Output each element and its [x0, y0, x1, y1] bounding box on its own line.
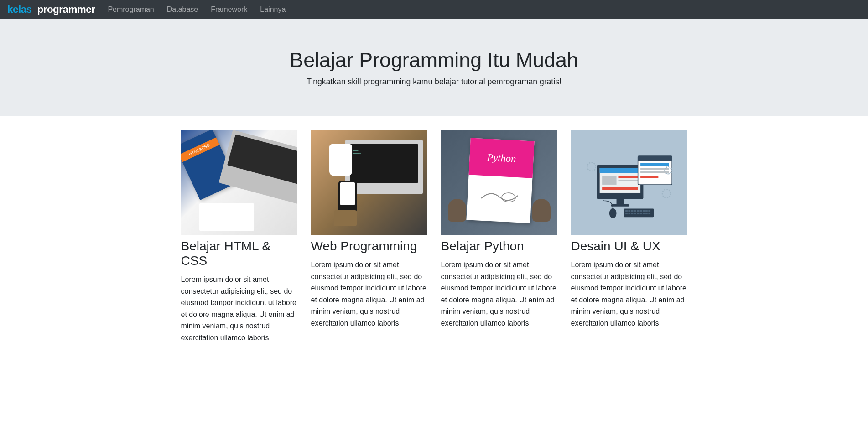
card-title: Belajar Python	[441, 239, 557, 254]
svg-rect-9	[611, 204, 629, 207]
svg-rect-26	[625, 212, 628, 214]
python-book-label: Python	[468, 138, 534, 178]
uiux-illustration-icon	[582, 141, 676, 225]
svg-rect-27	[628, 212, 630, 214]
svg-rect-12	[640, 163, 669, 166]
card-text: Lorem ipsum dolor sit amet, consectetur …	[181, 274, 297, 344]
brand-logo[interactable]: kelas_programmer	[7, 4, 95, 16]
svg-rect-23	[643, 210, 645, 212]
card-image-uiux	[571, 130, 687, 235]
nav-item-database[interactable]: Database	[161, 2, 204, 17]
svg-rect-18	[628, 210, 630, 212]
navbar: kelas_programmer Pemrograman Database Fr…	[0, 0, 868, 19]
svg-rect-25	[648, 210, 650, 212]
svg-rect-20	[634, 210, 636, 212]
card-image-html-css: HTML&CSS	[181, 130, 297, 235]
svg-rect-19	[631, 210, 634, 212]
brand-part1: kelas_	[7, 4, 37, 16]
svg-rect-30	[637, 212, 639, 214]
card-html-css: HTML&CSS Belajar HTML & CSS Lorem ipsum …	[174, 130, 304, 344]
svg-point-0	[501, 192, 515, 202]
card-uiux: Desain UI & UX Lorem ipsum dolor sit ame…	[564, 130, 694, 344]
svg-rect-15	[640, 176, 658, 178]
hero-subtitle: Tingkatkan skill programming kamu belaja…	[15, 77, 853, 87]
svg-point-38	[662, 189, 671, 198]
svg-rect-22	[640, 210, 642, 212]
svg-rect-6	[618, 180, 638, 181]
svg-rect-11	[638, 156, 672, 161]
card-text: Lorem ipsum dolor sit amet, consectetur …	[441, 259, 557, 329]
svg-rect-31	[640, 212, 642, 214]
book-label: HTML&CSS	[181, 137, 219, 162]
svg-rect-7	[602, 187, 638, 190]
nav-item-pemrograman[interactable]: Pemrograman	[102, 2, 159, 17]
svg-rect-33	[645, 212, 648, 214]
cards-container: HTML&CSS Belajar HTML & CSS Lorem ipsum …	[174, 130, 694, 344]
svg-rect-21	[637, 210, 639, 212]
svg-rect-34	[648, 212, 650, 214]
card-title: Web Programming	[311, 239, 427, 254]
nav-item-framework[interactable]: Framework	[205, 2, 253, 17]
cards-row: HTML&CSS Belajar HTML & CSS Lorem ipsum …	[174, 130, 694, 344]
hero-title: Belajar Programming Itu Mudah	[15, 48, 853, 72]
svg-rect-24	[645, 210, 648, 212]
card-image-web-programming: ━━━━━━━━━━━━━━━━━━━━━━━━━━━━━━━━━━━	[311, 130, 427, 235]
card-text: Lorem ipsum dolor sit amet, consectetur …	[571, 259, 687, 329]
hero-section: Belajar Programming Itu Mudah Tingkatkan…	[0, 19, 868, 116]
svg-rect-17	[625, 210, 628, 212]
svg-rect-29	[634, 212, 636, 214]
card-text: Lorem ipsum dolor sit amet, consectetur …	[311, 259, 427, 329]
card-python: Python Belajar Python Lorem ipsum dolor …	[434, 130, 564, 344]
svg-rect-3	[600, 168, 640, 173]
brand-part2: programmer	[37, 4, 95, 16]
card-web-programming: ━━━━━━━━━━━━━━━━━━━━━━━━━━━━━━━━━━━ Web …	[304, 130, 434, 344]
svg-point-35	[609, 208, 617, 218]
card-title: Desain UI & UX	[571, 239, 687, 254]
svg-rect-5	[618, 176, 638, 178]
nav-menu: Pemrograman Database Framework Lainnya	[102, 5, 291, 14]
card-title: Belajar HTML & CSS	[181, 239, 297, 268]
svg-rect-4	[602, 176, 616, 185]
card-image-python: Python	[441, 130, 557, 235]
svg-point-36	[587, 162, 596, 171]
svg-rect-8	[617, 199, 624, 204]
nav-item-lainnya[interactable]: Lainnya	[255, 2, 291, 17]
svg-rect-28	[631, 212, 634, 214]
svg-rect-32	[643, 212, 645, 214]
